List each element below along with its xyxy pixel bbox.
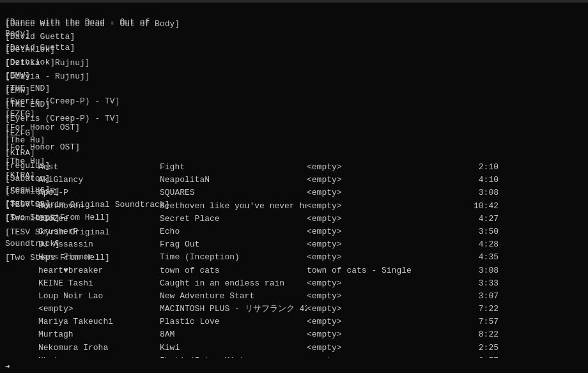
track-duration: 2:25 <box>447 342 499 354</box>
track-title: Beethoven like you've never hear <box>160 201 307 212</box>
track-row[interactable]: CrusherPEcho<empty>3:50 <box>0 225 588 238</box>
sidebar-item-0[interactable]: [Dance with the Dead - Out of Body] <box>0 15 160 41</box>
track-artist: heart♥breaker <box>38 265 160 277</box>
track-title: Plastic Love <box>160 316 307 328</box>
track-title: Fight <box>160 162 307 173</box>
track-title: NeapolitaN <box>160 174 307 186</box>
track-duration: 3:08 <box>447 265 499 277</box>
track-duration: 3:33 <box>447 278 499 289</box>
track-duration: 10:42 <box>447 201 499 212</box>
track-artist: Mariya Takeuchi <box>38 316 160 328</box>
track-artist: Murtagh <box>38 329 160 340</box>
sidebar-item-8[interactable]: [For Honor OST] <box>0 141 160 155</box>
track-title: New Adventure Start <box>160 291 307 302</box>
track-title: Caught in an endless rain <box>160 278 307 289</box>
track-album: <empty> <box>307 291 447 302</box>
track-artist: Loup Noir Lao <box>38 291 160 302</box>
track-artist: CrusherP <box>38 226 160 238</box>
track-duration: 3:08 <box>447 187 499 199</box>
track-title: SQUARES <box>160 187 307 199</box>
track-duration: 7:22 <box>447 303 499 315</box>
track-duration: 3:50 <box>447 226 499 238</box>
track-artist: AkiGlancy <box>38 174 160 186</box>
track-album: <empty> <box>307 278 447 289</box>
track-title: Kiwi <box>160 342 307 354</box>
track-row[interactable]: Loup Noir LaoNew Adventure Start<empty>3… <box>0 290 588 303</box>
track-album: <empty> <box>307 187 447 199</box>
track-duration: 4:28 <box>447 239 499 250</box>
track-row[interactable]: <empty>MACINTOSH PLUS - リサフランク 420<empty… <box>0 303 588 316</box>
sidebar-item-5[interactable]: [THE END] <box>0 98 160 112</box>
track-album: <empty> <box>307 174 447 186</box>
track-row[interactable]: heart♥breakertown of catstown of cats - … <box>0 264 588 277</box>
track-album: <empty> <box>307 226 447 238</box>
prompt-icon: ➜ <box>5 362 10 372</box>
track-album: town of cats - Single <box>307 265 447 277</box>
track-row[interactable]: Mariya TakeuchiPlastic Love<empty>7:57 <box>0 316 588 328</box>
track-duration: 3:07 <box>447 291 499 302</box>
track-artist: Hans Zimmer <box>38 252 160 263</box>
track-duration: 8:22 <box>447 329 499 340</box>
track-row[interactable]: KEINE TashiCaught in an endless rain<emp… <box>0 277 588 290</box>
track-album: <empty> <box>307 342 447 354</box>
track-title: Time (Inception) <box>160 252 307 263</box>
sidebar-item-7[interactable]: [EZFG] <box>0 126 160 141</box>
track-duration: 4:35 <box>447 252 499 263</box>
track-duration: 2:10 <box>447 162 499 173</box>
track-row[interactable]: Hans ZimmerTime (Inception)<empty>4:35 <box>0 251 588 264</box>
track-title: Secret Place <box>160 213 307 225</box>
track-artist: Beethoven <box>38 201 160 212</box>
track-row[interactable]: DJ AssassinFrag Out<empty>4:28 <box>0 238 588 251</box>
track-artist: Nekomura Iroha <box>38 342 160 354</box>
track-album: <empty> <box>307 329 447 340</box>
track-album: <empty> <box>307 201 447 212</box>
track-title: 8AM <box>160 329 307 340</box>
track-row[interactable]: NhatoIbuki (Intro Mix)<empty>6:57 <box>0 354 588 358</box>
track-artist: DJ Assassin <box>38 239 160 250</box>
track-artist: Nhato <box>38 355 160 358</box>
title-bar <box>0 0 588 3</box>
track-album: <empty> <box>307 355 447 358</box>
track-duration: 6:57 <box>447 355 499 358</box>
sidebar-item-2[interactable]: [Dethklok] <box>0 56 160 70</box>
track-row[interactable]: Apol-PSQUARES<empty>3:08 <box>0 187 588 199</box>
track-album: <empty> <box>307 239 447 250</box>
track-artist: <empty> <box>38 303 160 315</box>
track-artist: KEINE Tashi <box>38 278 160 289</box>
track-title: town of cats <box>160 265 307 277</box>
sidebar-item-4[interactable]: [EMW] <box>0 84 160 98</box>
track-album: <empty> <box>307 316 447 328</box>
track-title: Frag Out <box>160 239 307 250</box>
track-artist: Apol-P <box>38 187 160 199</box>
track-title: MACINTOSH PLUS - リサフランク 420 <box>160 303 307 315</box>
track-row[interactable]: CloZeeSecret Place<empty>4:27 <box>0 213 588 225</box>
track-album: <empty> <box>307 213 447 225</box>
track-album: <empty> <box>307 252 447 263</box>
track-row[interactable]: Murtagh8AM<empty>8:22 <box>0 328 588 341</box>
sidebar-item-3[interactable]: [Dzivia - Rujnuj] <box>0 70 160 84</box>
track-album: <empty> <box>307 162 447 173</box>
track-artist: CloZee <box>38 213 160 225</box>
track-album: <empty> <box>307 303 447 315</box>
sidebar-item-1[interactable]: [David Guetta] <box>0 41 160 55</box>
sidebar-item-6[interactable]: [Eyeris (Creep-P) - TV] <box>0 112 160 126</box>
main-content: [Dance with the Dead - Out of Body][Davi… <box>0 15 588 358</box>
track-duration: 7:57 <box>447 316 499 328</box>
track-duration: 4:10 <box>447 174 499 186</box>
track-artist: Aest <box>38 162 160 173</box>
track-row[interactable]: AestFight<empty>2:10 <box>0 161 588 174</box>
track-title: Ibuki (Intro Mix) <box>160 355 307 358</box>
track-row[interactable]: AkiGlancyNeapolitaN<empty>4:10 <box>0 174 588 187</box>
track-row[interactable]: BeethovenBeethoven like you've never hea… <box>0 200 588 213</box>
track-duration: 4:27 <box>447 213 499 225</box>
track-row[interactable]: Nekomura IrohaKiwi<empty>2:25 <box>0 342 588 354</box>
prompt-bar: ➜ <box>0 360 588 373</box>
track-title: Echo <box>160 226 307 238</box>
